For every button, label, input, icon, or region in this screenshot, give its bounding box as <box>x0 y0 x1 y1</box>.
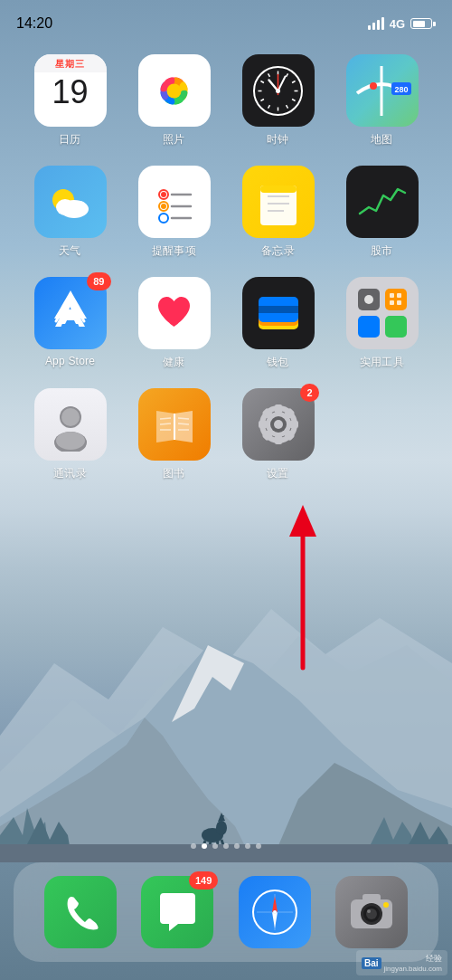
app-reminders[interactable]: 提醒事项 <box>127 166 221 259</box>
app-settings[interactable]: 2 设置 <box>231 388 325 481</box>
svg-point-75 <box>364 295 373 304</box>
dock-safari[interactable] <box>239 876 311 948</box>
svg-rect-77 <box>397 293 401 298</box>
wallet-icon <box>242 277 315 349</box>
status-icons: 4G <box>368 17 436 31</box>
notes-label: 备忘录 <box>261 243 295 259</box>
app-clock[interactable]: 时钟 <box>231 54 325 147</box>
weather-label: 天气 <box>59 243 80 259</box>
home-screen: 星期三 19 日历 <box>0 45 452 853</box>
svg-rect-76 <box>390 293 394 298</box>
books-icon <box>138 388 211 461</box>
svg-point-53 <box>161 192 166 197</box>
clock-icon <box>242 54 315 127</box>
camera-icon <box>335 876 408 948</box>
watermark-badge: Bai <box>362 957 381 969</box>
svg-line-84 <box>160 418 171 419</box>
page-dot-6 <box>256 843 261 849</box>
app-calendar[interactable]: 星期三 19 日历 <box>23 54 118 147</box>
svg-rect-100 <box>259 421 268 428</box>
svg-marker-108 <box>272 912 278 928</box>
svg-point-27 <box>167 83 182 98</box>
network-type: 4G <box>390 17 405 31</box>
app-grid-row3: 89 App Store 健康 <box>18 277 434 370</box>
utilities-icon <box>346 277 419 349</box>
wallet-label: 钱包 <box>267 355 288 370</box>
app-grid-row4: 通讯录 <box>18 388 434 481</box>
page-dot-3 <box>223 843 229 849</box>
dock-camera[interactable] <box>335 876 408 948</box>
app-weather[interactable]: 天气 <box>23 166 118 259</box>
svg-text:280: 280 <box>394 85 408 94</box>
signal-icon <box>368 17 384 30</box>
maps-label: 地图 <box>371 132 392 147</box>
svg-rect-72 <box>385 289 407 310</box>
app-appstore[interactable]: 89 App Store <box>23 277 118 370</box>
svg-point-43 <box>276 89 280 93</box>
weather-icon <box>34 166 107 238</box>
svg-point-56 <box>161 204 166 209</box>
books-label: 图书 <box>163 466 184 481</box>
app-grid-row2: 天气 <box>18 166 434 259</box>
photos-label: 照片 <box>163 132 184 147</box>
svg-rect-64 <box>260 186 297 193</box>
safari-icon <box>239 876 311 948</box>
svg-rect-115 <box>363 894 381 901</box>
app-notes[interactable]: 备忘录 <box>231 166 325 259</box>
svg-point-114 <box>367 909 371 913</box>
photos-icon <box>138 54 211 127</box>
svg-rect-70 <box>259 306 298 313</box>
svg-rect-96 <box>289 421 298 428</box>
app-wallet[interactable]: 钱包 <box>231 277 325 370</box>
status-bar: 14:20 4G <box>0 0 452 40</box>
svg-marker-107 <box>272 896 278 912</box>
app-books[interactable]: 图书 <box>127 388 221 481</box>
svg-point-93 <box>274 420 283 429</box>
messages-badge: 149 <box>189 871 218 890</box>
svg-rect-79 <box>397 300 401 305</box>
phone-icon <box>44 876 117 948</box>
svg-line-87 <box>178 418 189 419</box>
page-dot-0 <box>191 843 196 849</box>
dock-messages[interactable]: 149 <box>141 876 213 948</box>
app-utilities[interactable]: 实用工具 <box>334 277 429 370</box>
settings-label: 设置 <box>267 466 288 481</box>
page-dots <box>0 843 452 849</box>
maps-icon: 280 <box>346 54 419 127</box>
contacts-label: 通讯录 <box>53 466 87 481</box>
contacts-icon <box>34 388 107 461</box>
page-dot-2 <box>212 843 218 849</box>
svg-point-58 <box>159 214 168 223</box>
svg-rect-98 <box>275 435 282 444</box>
app-stocks[interactable]: 股市 <box>334 166 429 259</box>
svg-line-38 <box>260 81 263 82</box>
app-contacts[interactable]: 通讯录 <box>23 388 118 481</box>
calendar-day: 星期三 <box>34 54 107 72</box>
status-time: 14:20 <box>16 15 52 32</box>
settings-badge: 2 <box>300 384 318 402</box>
app-photos[interactable]: 照片 <box>127 54 221 147</box>
stocks-label: 股市 <box>371 243 392 259</box>
appstore-badge: 89 <box>87 272 110 290</box>
svg-rect-78 <box>390 300 394 305</box>
calendar-date: 19 <box>52 76 88 109</box>
svg-line-35 <box>268 105 270 108</box>
svg-point-50 <box>56 199 74 215</box>
page-dot-5 <box>245 843 250 849</box>
page-dot-1 <box>202 843 207 849</box>
page-dot-4 <box>234 843 240 849</box>
clock-label: 时钟 <box>267 132 288 147</box>
reminders-icon <box>138 166 211 238</box>
health-icon <box>138 277 211 349</box>
watermark-text1: 经验 <box>384 953 442 965</box>
watermark-url: jingyan.baidu.com <box>384 965 442 973</box>
svg-line-85 <box>160 423 171 424</box>
calendar-label: 日历 <box>59 132 80 147</box>
app-maps[interactable]: 280 地图 <box>334 54 429 147</box>
app-health[interactable]: 健康 <box>127 277 221 370</box>
svg-line-88 <box>178 423 189 424</box>
svg-line-36 <box>260 99 263 100</box>
dock-phone[interactable] <box>44 876 117 948</box>
watermark: Bai 经验 jingyan.baidu.com <box>356 950 447 975</box>
svg-point-51 <box>72 201 87 214</box>
